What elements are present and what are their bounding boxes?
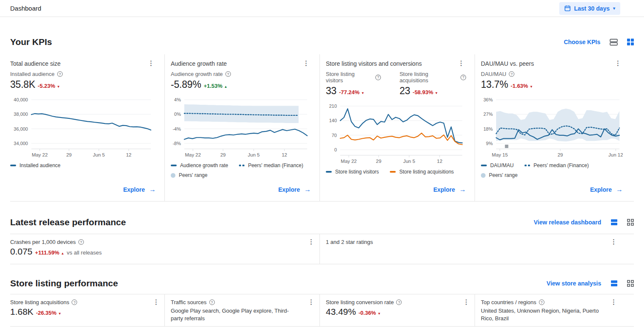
trend-up-icon: ▲ [61,252,64,255]
cell-delta: -0.36% [358,310,376,316]
cell-description: Google Play search, Google Play explore,… [171,307,298,322]
view-release-dashboard-link[interactable]: View release dashboard [534,219,601,226]
help-icon[interactable]: ? [78,239,84,245]
svg-text:34,000: 34,000 [14,141,28,146]
svg-text:12: 12 [437,159,442,164]
help-icon[interactable]: ? [396,299,402,305]
trend-down-icon: ▼ [58,312,61,316]
legend-dash-icon [171,165,177,166]
cell-label: Crashes per 1,000 devices [10,239,76,245]
kebab-menu-icon[interactable]: ⋮ [609,239,619,245]
svg-text:May 22: May 22 [32,152,48,157]
visitors-conversions-chart[interactable]: 210140700May 2229Jun 512 [326,102,466,165]
svg-text:29: 29 [558,152,563,157]
metric-delta: +1.53% [204,83,222,89]
crashes-cell: Crashes per 1,000 devices? ⋮ 0.075 +111.… [10,234,320,264]
store-section-title: Store listing performance [10,278,118,288]
metric-label: Installed audience [10,71,55,77]
svg-text:-4%: -4% [172,126,181,132]
conversion-rate-cell: Store listing conversion rate? ⋮ 43.49% … [320,294,475,326]
legend-label: Store listing visitors [335,169,379,175]
metric-delta: -77.24% [339,89,359,95]
arrow-right-icon: → [304,186,311,193]
help-icon[interactable]: ? [539,299,544,305]
kebab-menu-icon[interactable]: ⋮ [613,60,623,66]
help-icon[interactable]: ? [57,71,63,77]
page-title: Dashboard [10,5,41,12]
kpi-card-total-audience: Total audience size ⋮ Installed audience… [10,54,165,201]
explore-link[interactable]: Explore [590,186,612,193]
trend-down-icon: ▼ [378,312,381,316]
explore-link[interactable]: Explore [278,186,300,193]
kebab-menu-icon[interactable]: ⋮ [146,60,156,66]
help-icon[interactable]: ? [509,71,514,77]
kebab-menu-icon[interactable]: ⋮ [306,299,316,305]
list-view-icon[interactable] [610,39,618,46]
explore-link[interactable]: Explore [123,186,145,193]
legend-dash-icon [481,165,487,166]
dau-mau-chart[interactable]: 36%27%18%9%May 1529Jun 12 [481,95,623,159]
rows-view-icon[interactable] [611,280,618,287]
help-icon[interactable]: ? [72,299,77,305]
rows-view-icon[interactable] [611,219,618,226]
cell-description: United States, Unknown Region, Nigeria, … [481,307,608,322]
choose-kpis-link[interactable]: Choose KPIs [564,39,600,45]
kebab-menu-icon[interactable]: ⋮ [301,60,311,66]
svg-text:18%: 18% [483,126,493,132]
legend-dotted-icon [239,165,244,166]
view-store-analysis-link[interactable]: View store analysis [547,280,601,287]
date-range-button[interactable]: Last 30 days ▾ [559,2,620,15]
card-title: DAU/MAU vs. peers [481,60,534,67]
arrow-right-icon: → [459,186,466,193]
trend-down-icon: ▼ [530,85,533,89]
svg-text:12: 12 [282,152,287,157]
date-range-label: Last 30 days [574,5,610,12]
svg-text:May 15: May 15 [492,152,508,157]
kpi-card-store-listing: Store listing visitors and conversions ⋮… [320,54,475,201]
svg-text:Jun 5: Jun 5 [93,152,105,157]
legend-label: Peers' median (Finance) [248,162,303,168]
cell-label: 1 and 2 star ratings [326,239,373,245]
trend-down-icon: ▼ [57,85,60,89]
store-performance-row: Store listing acquisitions? ⋮ 1.68K -26.… [10,294,634,327]
traffic-sources-cell: Traffic sources? ⋮ Google Play search, G… [165,294,320,326]
cell-value: 1.68K [10,307,33,317]
svg-text:9%: 9% [486,141,493,146]
cell-label: Store listing acquisitions [10,299,69,305]
svg-text:140: 140 [329,118,337,123]
kebab-menu-icon[interactable]: ⋮ [609,299,619,305]
help-icon[interactable]: ? [461,75,466,80]
svg-text:70: 70 [332,133,337,138]
metric-label: Store listing acquisitions [400,71,458,84]
grid-view-icon[interactable] [627,39,634,45]
audience-growth-chart[interactable]: 4%0%-4%-8%May 2229Jun 512 [171,95,311,159]
help-icon[interactable]: ? [375,75,381,80]
grid-outline-icon[interactable] [627,219,634,226]
arrow-right-icon: → [616,186,623,193]
metric-value: 35.8K [10,79,35,90]
help-icon[interactable]: ? [209,299,215,305]
cell-value: 0.075 [10,246,33,257]
kpi-cards-row: Total audience size ⋮ Installed audience… [10,54,634,201]
kebab-menu-icon[interactable]: ⋮ [151,299,161,305]
help-icon[interactable]: ? [225,71,231,77]
svg-text:Jun 5: Jun 5 [403,159,415,164]
kebab-menu-icon[interactable]: ⋮ [306,239,316,245]
chevron-down-icon: ▾ [613,6,615,11]
svg-text:29: 29 [220,152,226,157]
explore-link[interactable]: Explore [433,186,455,193]
trend-up-icon: ▲ [224,85,228,89]
metric-value: 33 [326,85,336,97]
card-title: Audience growth rate [171,60,227,67]
cell-delta: +111.59% [35,249,59,256]
metric-value: 13.7% [481,79,508,90]
svg-text:36%: 36% [483,97,493,102]
calendar-icon [564,5,571,11]
legend-dash-icon [10,165,16,166]
legend-range-icon [171,173,175,178]
svg-text:29: 29 [66,152,72,157]
grid-outline-icon[interactable] [627,280,634,287]
installed-audience-chart[interactable]: 40,00038,00036,00034,000May 2229Jun 512 [10,95,154,159]
kebab-menu-icon[interactable]: ⋮ [461,299,471,305]
kebab-menu-icon[interactable]: ⋮ [456,60,466,66]
